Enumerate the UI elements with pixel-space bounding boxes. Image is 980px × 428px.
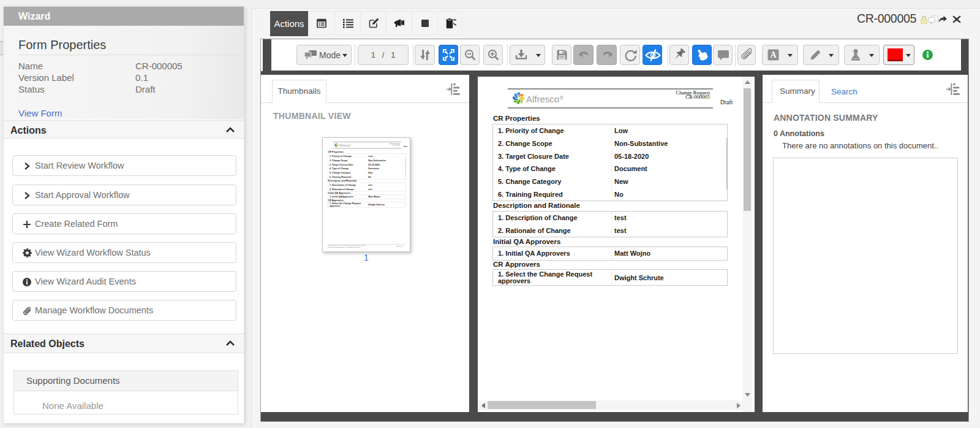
svg-text:A: A (770, 50, 777, 59)
